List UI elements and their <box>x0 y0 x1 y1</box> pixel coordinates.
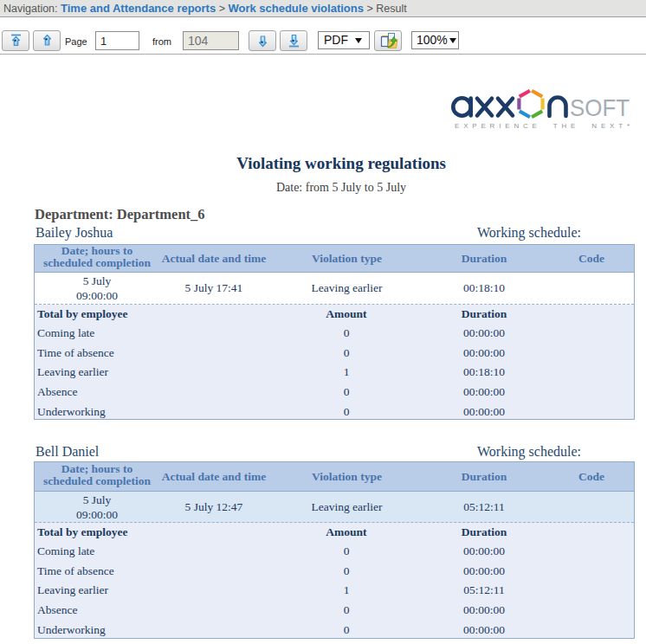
svg-text:SOFT: SOFT <box>570 94 630 121</box>
svg-text:EXPERIENCE THE NEXT*: EXPERIENCE THE NEXT* <box>455 122 630 130</box>
